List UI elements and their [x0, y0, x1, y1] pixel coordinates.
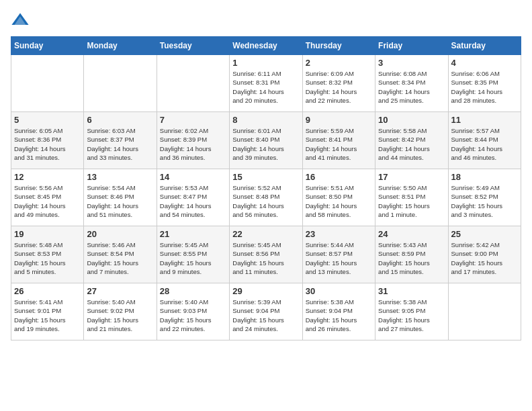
cell-info: Sunrise: 5:51 AM Sunset: 8:50 PM Dayligh…: [306, 183, 372, 219]
day-header-saturday: Saturday: [448, 37, 521, 55]
cell-info: Sunrise: 5:38 AM Sunset: 9:05 PM Dayligh…: [378, 298, 445, 333]
cell-info: Sunrise: 6:01 AM Sunset: 8:40 PM Dayligh…: [232, 126, 299, 162]
page-header: [11, 11, 521, 30]
cell-info: Sunrise: 5:54 AM Sunset: 8:46 PM Dayligh…: [87, 183, 153, 219]
calendar-cell: 16Sunrise: 5:51 AM Sunset: 8:50 PM Dayli…: [302, 169, 375, 226]
cell-info: Sunrise: 5:42 AM Sunset: 9:00 PM Dayligh…: [451, 240, 518, 276]
cell-info: Sunrise: 5:49 AM Sunset: 8:52 PM Dayligh…: [451, 183, 518, 219]
calendar-cell: 18Sunrise: 5:49 AM Sunset: 8:52 PM Dayli…: [448, 169, 521, 226]
calendar-cell: 9Sunrise: 5:59 AM Sunset: 8:41 PM Daylig…: [302, 112, 375, 169]
day-number: 19: [14, 229, 81, 239]
day-header-wednesday: Wednesday: [230, 37, 302, 55]
day-number: 10: [378, 115, 445, 125]
calendar-cell: 14Sunrise: 5:53 AM Sunset: 8:47 PM Dayli…: [157, 169, 229, 226]
calendar-cell: [84, 55, 157, 112]
calendar-cell: 30Sunrise: 5:38 AM Sunset: 9:04 PM Dayli…: [302, 283, 375, 340]
calendar-cell: 8Sunrise: 6:01 AM Sunset: 8:40 PM Daylig…: [230, 112, 302, 169]
day-number: 2: [306, 58, 372, 68]
day-number: 29: [232, 286, 299, 296]
day-number: 11: [451, 115, 518, 125]
day-header-monday: Monday: [84, 37, 157, 55]
day-number: 17: [378, 172, 445, 182]
day-number: 27: [87, 286, 153, 296]
cell-info: Sunrise: 5:38 AM Sunset: 9:04 PM Dayligh…: [306, 298, 372, 333]
calendar-cell: 24Sunrise: 5:43 AM Sunset: 8:59 PM Dayli…: [375, 226, 448, 283]
day-header-friday: Friday: [375, 37, 448, 55]
day-number: 21: [160, 229, 226, 239]
day-number: 13: [87, 172, 153, 182]
calendar-cell: 19Sunrise: 5:48 AM Sunset: 8:53 PM Dayli…: [11, 226, 84, 283]
day-header-thursday: Thursday: [302, 37, 375, 55]
calendar-cell: 29Sunrise: 5:39 AM Sunset: 9:04 PM Dayli…: [230, 283, 302, 340]
cell-info: Sunrise: 5:43 AM Sunset: 8:59 PM Dayligh…: [378, 240, 445, 276]
calendar-cell: 6Sunrise: 6:03 AM Sunset: 8:37 PM Daylig…: [84, 112, 157, 169]
calendar-cell: 20Sunrise: 5:46 AM Sunset: 8:54 PM Dayli…: [84, 226, 157, 283]
day-number: 14: [160, 172, 226, 182]
cell-info: Sunrise: 5:58 AM Sunset: 8:42 PM Dayligh…: [378, 126, 445, 162]
day-number: 4: [451, 58, 518, 68]
day-number: 26: [14, 286, 81, 296]
cell-info: Sunrise: 5:59 AM Sunset: 8:41 PM Dayligh…: [306, 126, 372, 162]
cell-info: Sunrise: 6:09 AM Sunset: 8:32 PM Dayligh…: [306, 69, 372, 105]
cell-info: Sunrise: 5:45 AM Sunset: 8:56 PM Dayligh…: [232, 240, 299, 276]
day-number: 16: [306, 172, 372, 182]
week-row-3: 12Sunrise: 5:56 AM Sunset: 8:45 PM Dayli…: [11, 169, 521, 226]
day-number: 28: [160, 286, 226, 296]
day-number: 31: [378, 286, 445, 296]
logo-icon: [11, 11, 30, 30]
cell-info: Sunrise: 5:46 AM Sunset: 8:54 PM Dayligh…: [87, 240, 153, 276]
calendar-cell: 27Sunrise: 5:40 AM Sunset: 9:02 PM Dayli…: [84, 283, 157, 340]
calendar-cell: 12Sunrise: 5:56 AM Sunset: 8:45 PM Dayli…: [11, 169, 84, 226]
day-header-tuesday: Tuesday: [157, 37, 229, 55]
cell-info: Sunrise: 6:03 AM Sunset: 8:37 PM Dayligh…: [87, 126, 153, 162]
calendar-cell: 7Sunrise: 6:02 AM Sunset: 8:39 PM Daylig…: [157, 112, 229, 169]
cell-info: Sunrise: 5:50 AM Sunset: 8:51 PM Dayligh…: [378, 183, 445, 219]
calendar-cell: 4Sunrise: 6:06 AM Sunset: 8:35 PM Daylig…: [448, 55, 521, 112]
day-number: 3: [378, 58, 445, 68]
day-header-sunday: Sunday: [11, 37, 84, 55]
calendar-cell: 1Sunrise: 6:11 AM Sunset: 8:31 PM Daylig…: [230, 55, 302, 112]
day-number: 9: [306, 115, 372, 125]
calendar-cell: 31Sunrise: 5:38 AM Sunset: 9:05 PM Dayli…: [375, 283, 448, 340]
calendar-cell: 26Sunrise: 5:41 AM Sunset: 9:01 PM Dayli…: [11, 283, 84, 340]
day-number: 7: [160, 115, 226, 125]
calendar-cell: 13Sunrise: 5:54 AM Sunset: 8:46 PM Dayli…: [84, 169, 157, 226]
cell-info: Sunrise: 5:39 AM Sunset: 9:04 PM Dayligh…: [232, 298, 299, 333]
day-number: 24: [378, 229, 445, 239]
week-row-2: 5Sunrise: 6:05 AM Sunset: 8:36 PM Daylig…: [11, 112, 521, 169]
calendar-cell: 3Sunrise: 6:08 AM Sunset: 8:34 PM Daylig…: [375, 55, 448, 112]
cell-info: Sunrise: 6:02 AM Sunset: 8:39 PM Dayligh…: [160, 126, 226, 162]
day-number: 25: [451, 229, 518, 239]
calendar-table: SundayMondayTuesdayWednesdayThursdayFrid…: [11, 36, 521, 340]
day-number: 12: [14, 172, 81, 182]
calendar-cell: 22Sunrise: 5:45 AM Sunset: 8:56 PM Dayli…: [230, 226, 302, 283]
week-row-5: 26Sunrise: 5:41 AM Sunset: 9:01 PM Dayli…: [11, 283, 521, 340]
cell-info: Sunrise: 5:52 AM Sunset: 8:48 PM Dayligh…: [232, 183, 299, 219]
calendar-cell: [157, 55, 229, 112]
day-number: 22: [232, 229, 299, 239]
cell-info: Sunrise: 5:41 AM Sunset: 9:01 PM Dayligh…: [14, 298, 81, 333]
calendar-cell: [11, 55, 84, 112]
day-number: 20: [87, 229, 153, 239]
logo: [11, 11, 32, 30]
day-number: 23: [306, 229, 372, 239]
day-number: 30: [306, 286, 372, 296]
day-number: 5: [14, 115, 81, 125]
cell-info: Sunrise: 5:40 AM Sunset: 9:03 PM Dayligh…: [160, 298, 226, 333]
day-number: 6: [87, 115, 153, 125]
week-row-4: 19Sunrise: 5:48 AM Sunset: 8:53 PM Dayli…: [11, 226, 521, 283]
calendar-cell: 28Sunrise: 5:40 AM Sunset: 9:03 PM Dayli…: [157, 283, 229, 340]
cell-info: Sunrise: 5:48 AM Sunset: 8:53 PM Dayligh…: [14, 240, 81, 276]
cell-info: Sunrise: 6:08 AM Sunset: 8:34 PM Dayligh…: [378, 69, 445, 105]
calendar-cell: 2Sunrise: 6:09 AM Sunset: 8:32 PM Daylig…: [302, 55, 375, 112]
day-number: 8: [232, 115, 299, 125]
cell-info: Sunrise: 5:57 AM Sunset: 8:44 PM Dayligh…: [451, 126, 518, 162]
day-number: 18: [451, 172, 518, 182]
calendar-cell: 25Sunrise: 5:42 AM Sunset: 9:00 PM Dayli…: [448, 226, 521, 283]
header-row: SundayMondayTuesdayWednesdayThursdayFrid…: [11, 37, 521, 55]
calendar-cell: 17Sunrise: 5:50 AM Sunset: 8:51 PM Dayli…: [375, 169, 448, 226]
day-number: 15: [232, 172, 299, 182]
cell-info: Sunrise: 6:05 AM Sunset: 8:36 PM Dayligh…: [14, 126, 81, 162]
cell-info: Sunrise: 5:40 AM Sunset: 9:02 PM Dayligh…: [87, 298, 153, 333]
calendar-cell: 10Sunrise: 5:58 AM Sunset: 8:42 PM Dayli…: [375, 112, 448, 169]
